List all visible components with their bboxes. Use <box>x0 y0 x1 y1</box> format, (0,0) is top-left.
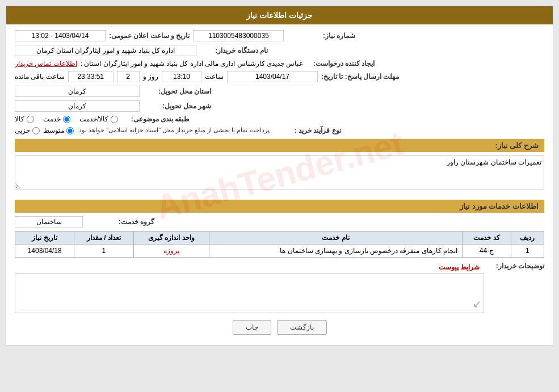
process-radio-mutawassit[interactable] <box>66 127 74 134</box>
delivery-city-value: کرمان <box>15 100 140 112</box>
category-option-kala-khedmat[interactable]: کالا/خدمت <box>79 115 118 123</box>
page-title: جزئیات اطلاعات نیاز <box>6 6 553 24</box>
announce-datetime-label: تاریخ و ساعت اعلان عمومی: <box>109 32 190 40</box>
content-area: شماره نیاز: 1103005483000035 تاریخ و ساع… <box>6 24 553 345</box>
category-row: طبقه بندی موضوعی: کالا/خدمت خدمت کالا <box>15 115 544 123</box>
need-description-section-title: شرح کلی نیاز: <box>15 139 544 152</box>
process-type-label: نوع فرآیند خرید : <box>273 127 341 134</box>
process-option-jozi[interactable]: جزیی <box>15 127 40 134</box>
requester-value: عباس جدیدی کارشناس اداری مالی اداره کل ب… <box>81 60 304 68</box>
cell-qty: 1 <box>74 245 133 258</box>
need-number-row: شماره نیاز: 1103005483000035 تاریخ و ساع… <box>15 30 544 41</box>
cell-unit[interactable]: پروژه <box>133 245 209 258</box>
process-label-jozi: جزیی <box>15 127 30 134</box>
category-label: طبقه بندی موضوعی: <box>121 115 190 123</box>
table-row: 1 ج-44 انجام کارهای متفرقه درخصوص بازساز… <box>15 245 544 258</box>
buyer-org-label: نام دستگاه خریدار: <box>200 47 268 54</box>
back-button[interactable]: بازگشت <box>277 320 327 335</box>
need-description-row: AnahTender.net تعمیرات ساختمان شهرستان ر… <box>15 155 544 195</box>
delivery-city-label: شهر محل تحویل: <box>143 102 211 110</box>
category-option-kala[interactable]: کالا <box>15 115 34 123</box>
col-header-row: ردیف <box>511 231 544 245</box>
delivery-province-row: استان محل تحویل: کرمان <box>15 86 544 97</box>
group-service-value: ساختمان <box>15 216 83 227</box>
col-header-code: کد خدمت <box>463 231 511 245</box>
reply-time-label: ساعت <box>205 73 224 81</box>
main-container: جزئیات اطلاعات نیاز شماره نیاز: 11030054… <box>6 6 553 345</box>
reply-countdown-label: ساعت باقی مانده <box>15 73 65 81</box>
reply-days-value: 2 <box>117 71 140 82</box>
category-radio-group: کالا/خدمت خدمت کالا <box>15 115 118 123</box>
delivery-province-value: کرمان <box>15 86 140 97</box>
buyer-notes-label: توضیحات خریدار: <box>487 261 544 270</box>
print-button[interactable]: چاپ <box>233 320 271 335</box>
buyer-org-row: نام دستگاه خریدار: اداره کل بنیاد شهید و… <box>15 45 544 56</box>
category-label-khedmat: خدمت <box>43 115 61 123</box>
requester-label: ایجاد کننده درخواست: <box>306 60 375 68</box>
cell-row: 1 <box>511 245 544 258</box>
delivery-city-row: شهر محل تحویل: کرمان <box>15 100 544 112</box>
delivery-province-label: استان محل تحویل: <box>143 87 211 95</box>
group-service-label: گروه خدمت: <box>86 218 154 226</box>
reply-countdown-value: 23:33:51 <box>68 71 114 82</box>
reply-time-value: 13:10 <box>162 71 201 82</box>
action-buttons: بازگشت چاپ <box>15 320 544 335</box>
cell-code: ج-44 <box>463 245 511 258</box>
col-header-name: نام خدمت <box>209 231 463 245</box>
category-option-khedmat[interactable]: خدمت <box>43 115 70 123</box>
requester-row: ایجاد کننده درخواست: عباس جدیدی کارشناس … <box>15 60 544 68</box>
process-label-mutawassit: متوسط <box>43 127 64 134</box>
process-option-mutawassit[interactable]: متوسط <box>43 127 74 134</box>
reply-deadline-row: مهلت ارسال پاسخ: تا تاریخ: 1403/04/17 سا… <box>15 71 544 82</box>
cell-name: انجام کارهای متفرقه درخصوص بازسازی و بهس… <box>209 245 463 258</box>
group-service-row: گروه خدمت: ساختمان <box>15 216 544 227</box>
process-options-group: پرداخت تمام یا بخشی از مبلغ خریداز محل "… <box>15 127 270 134</box>
category-radio-kala[interactable] <box>27 116 34 123</box>
reply-days-label: روز و <box>143 73 158 81</box>
col-header-date: تاریخ نیاز <box>15 231 74 245</box>
buyer-notes-box: ↙ <box>15 273 484 313</box>
need-number-value: 1103005483000035 <box>193 30 284 41</box>
category-label-kala: کالا <box>15 115 24 123</box>
contact-link[interactable]: اطلاعات تماس خریدار <box>15 60 77 68</box>
process-type-row: نوع فرآیند خرید : پرداخت تمام یا بخشی از… <box>15 127 544 134</box>
buyer-notes-row: توضیحات خریدار: شرایط پیوست ↙ <box>15 261 544 313</box>
cell-date: 1403/04/18 <box>15 245 74 258</box>
process-description: پرداخت تمام یا بخشی از مبلغ خریداز محل "… <box>77 127 270 134</box>
reply-deadline-label: مهلت ارسال پاسخ: تا تاریخ: <box>321 73 399 81</box>
announce-datetime-value: 1403/04/14 - 13:02 <box>15 30 106 41</box>
category-radio-khedmat[interactable] <box>63 116 70 123</box>
col-header-unit: واحد اندازه گیری <box>133 231 209 245</box>
services-section-title: اطلاعات خدمات مورد نیاز <box>15 200 544 213</box>
category-label-kala-khedmat: کالا/خدمت <box>79 115 108 123</box>
need-description-textarea[interactable]: تعمیرات ساختمان شهرستان راور <box>15 155 544 189</box>
services-table: ردیف کد خدمت نام خدمت واحد اندازه گیری ت… <box>15 231 544 258</box>
attachment-note: شرایط پیوست <box>15 261 484 273</box>
col-header-qty: تعداد / مقدار <box>74 231 133 245</box>
process-radio-jozi[interactable] <box>32 127 40 134</box>
buyer-org-value: اداره کل بنیاد شهید و امور ایثارگران است… <box>15 45 196 56</box>
need-number-label: شماره نیاز: <box>287 32 355 40</box>
reply-date-value: 1403/04/17 <box>227 71 318 82</box>
category-radio-kala-khedmat[interactable] <box>111 116 118 123</box>
page-wrapper: جزئیات اطلاعات نیاز شماره نیاز: 11030054… <box>0 0 559 392</box>
